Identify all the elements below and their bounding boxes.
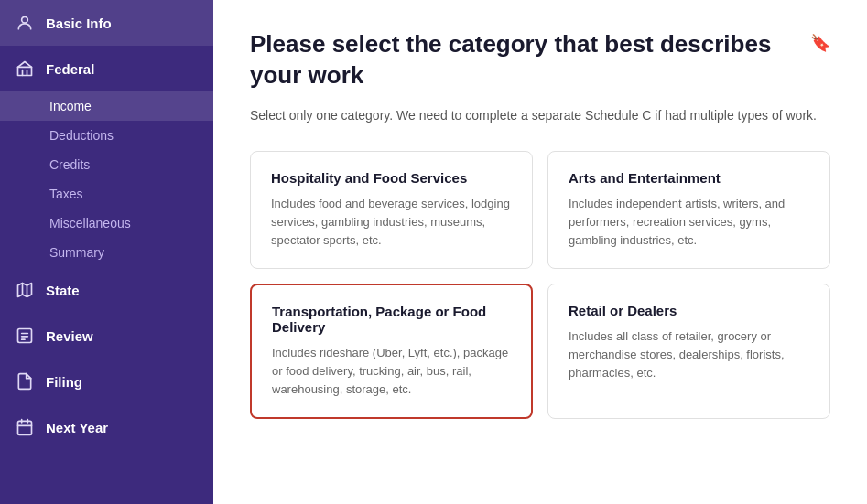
- sidebar-label-income: Income: [49, 99, 92, 113]
- svg-point-0: [22, 16, 28, 23]
- sidebar-label-basic-info: Basic Info: [46, 16, 112, 31]
- card-hospitality-title: Hospitality and Food Services: [271, 170, 512, 186]
- sidebar-item-review[interactable]: Review: [0, 313, 213, 359]
- map-icon: [15, 280, 35, 300]
- calendar-icon: [15, 417, 35, 437]
- page-title: Please select the category that best des…: [250, 29, 830, 91]
- card-transportation-title: Transportation, Package or Food Delivery: [272, 304, 511, 335]
- person-icon: [15, 13, 35, 33]
- sidebar-sub-item-income[interactable]: Income: [0, 91, 213, 121]
- sidebar-label-next-year: Next Year: [46, 420, 108, 435]
- sidebar-sub-item-summary[interactable]: Summary: [0, 238, 213, 267]
- sidebar-sub-item-deductions[interactable]: Deductions: [0, 121, 213, 150]
- sidebar-label-state: State: [46, 283, 80, 298]
- card-arts-desc: Includes independent artists, writers, a…: [569, 195, 809, 250]
- sidebar-label-taxes: Taxes: [49, 187, 83, 201]
- sidebar-label-deductions: Deductions: [49, 128, 114, 143]
- card-arts[interactable]: Arts and Entertainment Includes independ…: [547, 151, 830, 269]
- sidebar-label-miscellaneous: Miscellaneous: [49, 216, 131, 231]
- svg-rect-1: [18, 67, 32, 75]
- bookmark-icon[interactable]: 🔖: [810, 33, 830, 53]
- main-content: 🔖 Please select the category that best d…: [213, 0, 867, 504]
- sidebar-sub-item-taxes[interactable]: Taxes: [0, 179, 213, 209]
- sidebar-sub-item-miscellaneous[interactable]: Miscellaneous: [0, 209, 213, 238]
- sidebar: Basic Info Federal Income Deductions Cre…: [0, 0, 213, 504]
- sidebar-item-state[interactable]: State: [0, 267, 213, 313]
- sidebar-sub-item-credits[interactable]: Credits: [0, 150, 213, 179]
- sidebar-item-filing[interactable]: Filing: [0, 359, 213, 404]
- svg-marker-4: [18, 284, 32, 297]
- card-arts-title: Arts and Entertainment: [569, 170, 809, 186]
- sidebar-item-basic-info[interactable]: Basic Info: [0, 0, 213, 46]
- sidebar-label-credits: Credits: [49, 157, 90, 172]
- card-hospitality-desc: Includes food and beverage services, lod…: [271, 195, 512, 250]
- building-icon: [15, 59, 35, 79]
- card-retail[interactable]: Retail or Dealers Includes all class of …: [547, 284, 830, 419]
- card-transportation[interactable]: Transportation, Package or Food Delivery…: [250, 284, 533, 419]
- page-subtitle: Select only one category. We need to com…: [250, 106, 830, 125]
- category-cards-grid: Hospitality and Food Services Includes f…: [250, 151, 830, 420]
- svg-rect-11: [18, 421, 32, 434]
- sidebar-label-review: Review: [46, 328, 93, 344]
- checklist-icon: [15, 326, 35, 346]
- card-retail-title: Retail or Dealers: [569, 303, 809, 318]
- sidebar-label-summary: Summary: [49, 245, 104, 260]
- sidebar-label-filing: Filing: [46, 374, 82, 390]
- sidebar-label-federal: Federal: [46, 61, 94, 77]
- sidebar-item-federal[interactable]: Federal: [0, 46, 213, 91]
- card-retail-desc: Includes all class of retailer, grocery …: [569, 327, 809, 382]
- card-transportation-desc: Includes rideshare (Uber, Lyft, etc.), p…: [272, 344, 511, 399]
- file-icon: [15, 371, 35, 391]
- sidebar-item-next-year[interactable]: Next Year: [0, 404, 213, 450]
- card-hospitality[interactable]: Hospitality and Food Services Includes f…: [250, 151, 533, 269]
